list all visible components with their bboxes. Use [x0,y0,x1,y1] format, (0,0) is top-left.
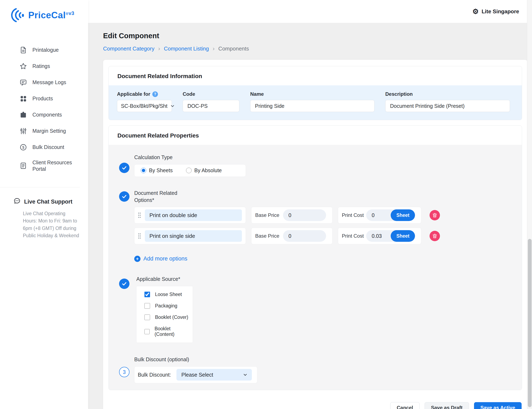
document-related-options-row: Document Related Options* [109,190,522,262]
applicable-source-box: Loose Sheet Packaging Booklet (Cover) [136,286,193,343]
base-price-label: Base Price [255,233,279,239]
live-chat-support: Live Chat Support Live Chat Operating Ho… [0,187,88,240]
app-logo[interactable]: PriceCal®v3 [0,0,88,23]
bulk-discount-label: Bulk Discount: [138,372,171,378]
calculation-type-options: By Sheets By Absolute [134,164,246,177]
name-label: Name [250,91,374,97]
bulk-discount-box: Bulk Discount: Please Select [134,366,257,383]
drag-handle-icon[interactable] [137,212,142,219]
applicable-for-field: Applicable for ? SC-Box/Bkt/Pkg/Sht [117,91,172,112]
section-title: Document Related Properties [109,126,522,145]
applicable-source-label: Applicable Source* [136,276,193,283]
step-complete-icon [119,279,129,289]
chevron-down-icon [170,103,175,108]
radio-by-absolute[interactable]: By Absolute [186,167,222,173]
topbar: ⚙ Lite Singapore [88,0,532,23]
document-related-options-label: Document Related Options* [134,190,440,204]
message-icon [19,78,28,87]
drag-handle-icon[interactable] [137,232,142,240]
account-label: Lite Singapore [482,8,519,15]
portal-icon [19,162,28,170]
save-as-draft-button[interactable]: Save as Draft [425,402,469,409]
print-cost-label: Print Cost [342,212,364,218]
calculation-type-row: Calculation Type By Sheets By Absolute [109,154,522,177]
code-input[interactable] [183,100,239,112]
chevron-right-icon: › [158,45,160,52]
checkbox-booklet-content[interactable]: Booklet (Content) [137,323,193,340]
breadcrumb-current: Components [218,46,249,52]
print-cost-input[interactable] [366,230,391,242]
printalogue-icon [19,46,28,54]
checkbox-booklet-cover[interactable]: Booklet (Cover) [137,312,193,323]
sidebar-item-label: Products [32,95,53,102]
base-price-input[interactable] [283,209,326,221]
properties-body: Calculation Type By Sheets By Absolute [109,145,522,390]
sidebar-item-printalogue[interactable]: Printalogue [0,42,88,58]
sidebar-item-margin-setting[interactable]: Margin Setting [0,123,88,139]
save-as-active-button[interactable]: Save as Active [474,402,522,409]
name-input[interactable] [250,100,374,112]
trash-icon [432,233,437,239]
help-icon[interactable]: ? [152,91,158,97]
page-scrollbar[interactable] [527,0,532,409]
applicable-for-select[interactable]: SC-Box/Bkt/Pkg/Sht [117,100,172,112]
section-title: Document Related Information [109,66,522,85]
sidebar-item-label: Components [32,112,62,118]
option-row: Base Price Print Cost Sheet [134,207,440,223]
delete-option-button[interactable] [429,210,440,220]
add-more-options-button[interactable]: Add more options [134,255,188,262]
checkbox-packaging[interactable]: Packaging [137,300,193,312]
sidebar-item-label: Bulk Discount [32,144,64,150]
sidebar-item-message-logs[interactable]: Message Logs [0,74,88,91]
print-cost-label: Print Cost [342,233,364,239]
option-row: Base Price Print Cost Sheet [134,228,440,244]
sidebar-item-client-resources-portal[interactable]: Client Resources Portal [0,155,88,176]
cancel-button[interactable]: Cancel [390,402,419,409]
grid-icon [19,94,28,103]
base-price-input[interactable] [283,230,326,242]
edit-component-card: Document Related Information Applicable … [103,60,527,409]
delete-option-button[interactable] [429,231,440,241]
sidebar: PriceCal®v3 Printalogue Ratings [0,0,88,409]
breadcrumb-link-component-listing[interactable]: Component Listing [164,46,209,52]
logo-icon [10,7,26,23]
scrollbar-thumb[interactable] [528,239,532,407]
account-menu[interactable]: ⚙ Lite Singapore [472,8,519,15]
step-complete-icon [119,163,129,173]
print-cost-input[interactable] [366,209,391,221]
bulk-discount-select[interactable]: Please Select [176,369,252,381]
dollar-icon: $ [19,143,28,151]
sidebar-item-label: Ratings [32,63,50,69]
applicable-source-row: Applicable Source* Loose Sheet Packaging [109,276,522,343]
sidebar-item-bulk-discount[interactable]: $ Bulk Discount [0,139,88,155]
sidebar-item-products[interactable]: Products [0,91,88,107]
base-price-label: Base Price [255,212,279,218]
code-label: Code [183,91,239,97]
trash-icon [432,213,437,218]
breadcrumb: Component Category › Component Listing ›… [103,45,527,52]
option-name-input[interactable] [145,230,242,242]
bulk-discount-title: Bulk Discount (optional) [134,356,257,363]
description-label: Description [385,91,510,97]
unit-sheet-button[interactable]: Sheet [391,209,415,221]
applicable-for-label: Applicable for ? [117,91,172,97]
form-footer: Cancel Save as Draft Save as Active [108,402,522,409]
document-related-information-section: Document Related Information Applicable … [108,66,522,120]
sliders-icon [19,127,28,135]
option-name-input[interactable] [145,209,242,221]
sidebar-item-ratings[interactable]: Ratings [0,58,88,74]
checkbox-loose-sheet[interactable]: Loose Sheet [137,289,193,300]
sidebar-item-label: Printalogue [32,47,59,53]
sidebar-item-label: Margin Setting [32,128,66,134]
breadcrumb-link-component-category[interactable]: Component Category [103,46,154,52]
gear-icon: ⚙ [472,8,479,15]
radio-by-sheets[interactable]: By Sheets [141,167,173,173]
brand-name: PriceCal®v3 [28,10,74,20]
bulk-discount-row: 3 Bulk Discount (optional) Bulk Discount… [109,356,522,383]
name-field: Name [250,91,374,112]
unit-sheet-button[interactable]: Sheet [391,230,415,242]
sidebar-item-components[interactable]: Components [0,107,88,123]
sidebar-nav: Printalogue Ratings Message Logs [0,42,88,176]
description-input[interactable] [385,100,510,112]
info-fields-strip: Applicable for ? SC-Box/Bkt/Pkg/Sht Code [109,85,522,120]
